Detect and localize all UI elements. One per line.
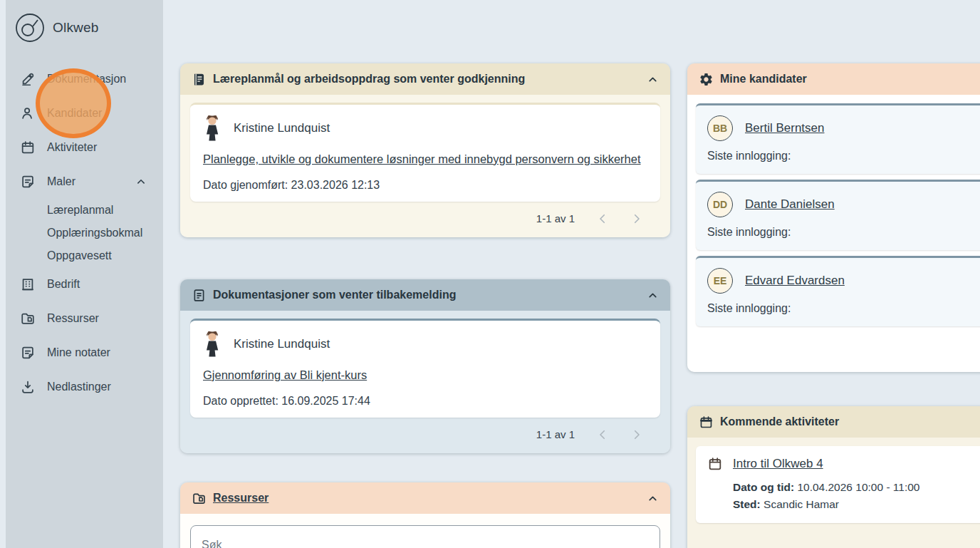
chevron-left-icon[interactable] xyxy=(596,212,609,225)
app-logo[interactable]: Olkweb xyxy=(6,0,163,43)
approvals-card-header[interactable]: Læreplanmål og arbeidsoppdrag som venter… xyxy=(180,63,670,95)
activity-place: Sted: Scandic Hamar xyxy=(733,496,980,513)
candidate-name-link[interactable]: Bertil Berntsen xyxy=(745,121,825,135)
activity-datetime-label: Dato og tid: xyxy=(733,481,794,493)
my-candidates-card: Mine kandidater BB Bertil Berntsen Siste… xyxy=(687,63,980,372)
activity-place-label: Sted: xyxy=(733,498,761,510)
date-completed: Dato gjenomført: 23.03.2026 12:13 xyxy=(203,179,647,192)
approvals-card: Læreplanmål og arbeidsoppdrag som venter… xyxy=(180,63,670,237)
sidebar-item-laereplanmal[interactable]: Læreplanmal xyxy=(6,199,163,222)
candidate-name-link[interactable]: Dante Danielsen xyxy=(745,197,835,212)
folder-icon xyxy=(192,491,207,506)
calendar-icon xyxy=(707,456,723,472)
sidebar-item-kandidater[interactable]: Kandidater xyxy=(6,96,163,130)
resources-card-header[interactable]: Ressurser xyxy=(180,482,670,514)
chevron-right-icon[interactable] xyxy=(630,212,643,225)
calendar-icon xyxy=(699,415,714,430)
sidebar-item-label: Ressurser xyxy=(47,312,99,325)
sidebar-item-label: Bedrift xyxy=(47,278,80,291)
person-icon xyxy=(20,105,36,121)
sidebar-item-label: Kandidater xyxy=(47,107,102,120)
initials-avatar: BB xyxy=(707,115,733,141)
building-icon xyxy=(20,276,36,292)
sidebar-item-label: Nedlastinger xyxy=(47,381,111,393)
pagination: 1-1 av 1 xyxy=(190,418,660,445)
feedback-card-body: Kristine Lundquist Gjennomføring av Bli … xyxy=(180,311,670,453)
note-icon xyxy=(20,174,36,190)
pagination-label: 1-1 av 1 xyxy=(536,212,575,224)
chevron-left-icon[interactable] xyxy=(596,428,609,441)
avatar xyxy=(203,115,221,141)
candidate-name: Kristine Lundquist xyxy=(234,121,330,135)
sidebar-item-label: Dokumentasjon xyxy=(47,73,126,86)
candidate-name: Kristine Lundquist xyxy=(234,337,330,351)
calendar-icon xyxy=(20,140,36,155)
sidebar-subitem-label: Læreplanmal xyxy=(47,204,113,217)
olkweb-logo-icon xyxy=(14,12,46,43)
activity-datetime: Dato og tid: 10.04.2026 10:00 - 11:00 xyxy=(733,479,980,496)
card-title: Kommende aktiviteter xyxy=(720,415,839,428)
card-title: Dokumentasjoner som venter tilbakemeldin… xyxy=(213,289,456,301)
approval-item-link[interactable]: Planlegge, utvikle og dokumentere løsnin… xyxy=(203,150,647,168)
sidebar-item-label: Maler xyxy=(47,175,75,188)
activity-place-value: Scandic Hamar xyxy=(763,498,839,510)
pagination: 1-1 av 1 xyxy=(190,202,660,229)
activity-link[interactable]: Intro til Olkweb 4 xyxy=(733,457,823,471)
person-row: Kristine Lundquist xyxy=(203,331,647,357)
sidebar-item-dokumentasjon[interactable]: Dokumentasjon xyxy=(6,62,163,96)
sidebar-item-label: Mine notater xyxy=(47,346,110,359)
activity-row: Intro til Olkweb 4 xyxy=(707,456,980,472)
note-icon xyxy=(20,345,36,361)
last-login-label: Siste innlogging: xyxy=(707,226,980,239)
feedback-card-header[interactable]: Dokumentasjoner som venter tilbakemeldin… xyxy=(180,279,670,311)
sidebar-subitem-label: Opplæringsbokmal xyxy=(47,227,142,239)
date-created: Dato opprettet: 16.09.2025 17:44 xyxy=(203,395,647,408)
activity-item: Intro til Olkweb 4 Dato og tid: 10.04.20… xyxy=(696,446,980,523)
pagination-label: 1-1 av 1 xyxy=(536,428,575,440)
sidebar-item-bedrift[interactable]: Bedrift xyxy=(6,267,163,301)
initials-avatar: EE xyxy=(707,268,733,294)
folder-icon xyxy=(20,311,36,326)
last-login-label: Siste innlogging: xyxy=(707,302,980,315)
sidebar-item-mine-notater[interactable]: Mine notater xyxy=(6,336,163,370)
candidate-card: BB Bertil Berntsen Siste innlogging: xyxy=(696,103,980,174)
candidate-card: EE Edvard Edvardsen Siste innlogging: xyxy=(696,256,980,326)
resources-title-link[interactable]: Ressurser xyxy=(213,492,269,505)
sidebar-item-opplaeringsbokmal[interactable]: Opplæringsbokmal xyxy=(6,222,163,244)
person-row: Kristine Lundquist xyxy=(203,115,647,141)
my-candidates-body: BB Bertil Berntsen Siste innlogging: DD … xyxy=(687,95,980,372)
sidebar-item-oppgavesett[interactable]: Oppgavesett xyxy=(6,244,163,267)
pencil-icon xyxy=(20,71,36,87)
upcoming-activities-card: Kommende aktiviteter Intro til Olkweb 4 … xyxy=(687,406,980,548)
sidebar-item-aktiviteter[interactable]: Aktiviteter xyxy=(6,130,163,165)
candidate-row: BB Bertil Berntsen xyxy=(707,115,980,141)
sidebar: Olkweb Dokumentasjon Kandidater Aktivite… xyxy=(6,0,163,548)
candidate-row: DD Dante Danielsen xyxy=(707,192,980,217)
sidebar-subitem-label: Oppgavesett xyxy=(47,249,112,262)
download-icon xyxy=(20,379,36,395)
feedback-item: Kristine Lundquist Gjennomføring av Bli … xyxy=(190,319,660,418)
chevron-right-icon[interactable] xyxy=(630,428,643,441)
upcoming-activities-body: Intro til Olkweb 4 Dato og tid: 10.04.20… xyxy=(687,438,980,548)
search-input[interactable] xyxy=(190,525,660,548)
document-icon xyxy=(192,288,207,303)
last-login-label: Siste innlogging: xyxy=(707,150,980,162)
sidebar-item-nedlastinger[interactable]: Nedlastinger xyxy=(6,370,163,404)
card-title: Mine kandidater xyxy=(720,73,807,86)
avatar xyxy=(203,331,221,357)
candidate-row: EE Edvard Edvardsen xyxy=(707,268,980,294)
candidate-name-link[interactable]: Edvard Edvardsen xyxy=(745,274,845,288)
activity-datetime-value: 10.04.2026 10:00 - 11:00 xyxy=(797,481,919,493)
sidebar-maler-subnav: Læreplanmal Opplæringsbokmal Oppgavesett xyxy=(6,199,163,267)
sidebar-item-ressurser[interactable]: Ressurser xyxy=(6,301,163,336)
approvals-card-body: Kristine Lundquist Planlegge, utvikle og… xyxy=(180,95,670,237)
sidebar-item-maler[interactable]: Maler xyxy=(6,165,163,199)
activity-details: Dato og tid: 10.04.2026 10:00 - 11:00 St… xyxy=(733,479,980,513)
resources-card: Ressurser xyxy=(180,482,670,548)
card-title: Læreplanmål og arbeidsoppdrag som venter… xyxy=(213,73,525,86)
my-candidates-header[interactable]: Mine kandidater xyxy=(687,63,980,95)
chevron-up-icon xyxy=(647,73,659,86)
upcoming-activities-header[interactable]: Kommende aktiviteter xyxy=(687,406,980,438)
feedback-item-link[interactable]: Gjennomføring av Bli kjent-kurs xyxy=(203,366,647,384)
chevron-up-icon xyxy=(135,175,147,188)
